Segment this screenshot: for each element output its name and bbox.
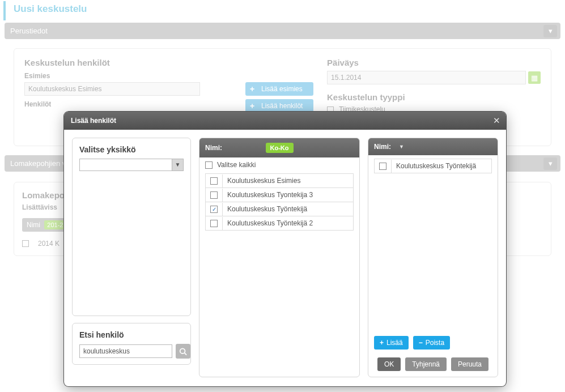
unit-select[interactable]: ▼ xyxy=(79,159,184,171)
list-item-label: Koulutuskeskus Työntekijä xyxy=(223,202,353,216)
col-nimi: Nimi: xyxy=(205,144,222,152)
select-all-label: Valitse kaikki xyxy=(217,161,256,169)
list-item[interactable]: ✓ Koulutuskeskus Työntekijä xyxy=(205,202,354,216)
add-persons-dialog: Lisää henkilöt ✕ Valitse yksikkö ▼ Etsi … xyxy=(64,112,506,386)
selected-list-box: Nimi: ▼ Koulutuskeskus Työntekijä +Lisää… xyxy=(368,138,498,377)
checkbox-icon[interactable] xyxy=(205,161,213,169)
list-item-label: Koulutuskeskus Työntekijä 2 xyxy=(223,216,353,230)
list-item-label: Koulutuskeskus Tyontekija 3 xyxy=(223,188,353,202)
clear-button[interactable]: Tyhjennä xyxy=(405,357,447,371)
search-icon xyxy=(179,347,187,356)
sort-icon: ▼ xyxy=(399,144,404,150)
minus-icon: − xyxy=(419,339,423,347)
selected-list-header[interactable]: Nimi: ▼ xyxy=(368,138,498,155)
available-list-box: Nimi: Ko-Ko Valitse kaikki Koulutuskesku… xyxy=(199,138,360,377)
list-item[interactable]: Koulutuskeskus Työntekijä xyxy=(374,159,492,173)
list-item-label: Koulutuskeskus Työntekijä xyxy=(392,159,491,173)
remove-label: Poista xyxy=(426,339,444,347)
search-heading: Etsi henkilö xyxy=(79,330,184,339)
close-icon[interactable]: ✕ xyxy=(490,114,503,127)
koko-tag: Ko-Ko xyxy=(266,143,294,153)
col-nimi: Nimi: xyxy=(374,143,391,151)
checkbox-icon[interactable]: ✓ xyxy=(210,206,218,213)
add-label: Lisää xyxy=(386,339,403,347)
select-all-row[interactable]: Valitse kaikki xyxy=(199,157,359,170)
chevron-down-icon: ▼ xyxy=(172,159,183,171)
checkbox-icon[interactable] xyxy=(210,177,218,185)
unit-heading: Valitse yksikkö xyxy=(79,145,184,154)
unit-box: Valitse yksikkö ▼ xyxy=(72,138,191,316)
selected-list: Koulutuskeskus Työntekijä xyxy=(368,155,498,331)
svg-line-1 xyxy=(185,353,187,355)
checkbox-icon[interactable] xyxy=(210,191,218,199)
available-list-header[interactable]: Nimi: Ko-Ko xyxy=(199,138,359,157)
plus-icon: + xyxy=(380,339,384,347)
remove-button[interactable]: −Poista xyxy=(413,336,450,350)
checkbox-icon[interactable] xyxy=(210,220,218,227)
list-item[interactable]: Koulutuskeskus Tyontekija 3 xyxy=(205,188,354,202)
ok-button[interactable]: OK xyxy=(377,357,401,371)
list-item-label: Koulutuskeskus Esimies xyxy=(223,174,353,188)
list-item[interactable]: Koulutuskeskus Työntekijä 2 xyxy=(205,216,354,231)
cancel-button[interactable]: Peruuta xyxy=(451,357,488,371)
add-button[interactable]: +Lisää xyxy=(374,336,409,350)
svg-point-0 xyxy=(180,348,185,353)
dialog-title: Lisää henkilöt xyxy=(64,112,506,130)
checkbox-icon[interactable] xyxy=(379,163,386,170)
search-button[interactable] xyxy=(176,344,190,359)
list-item[interactable]: Koulutuskeskus Esimies xyxy=(205,173,354,188)
search-box: Etsi henkilö xyxy=(72,323,191,365)
available-list: Koulutuskeskus Esimies Koulutuskeskus Ty… xyxy=(199,170,359,377)
search-input[interactable] xyxy=(79,344,172,358)
